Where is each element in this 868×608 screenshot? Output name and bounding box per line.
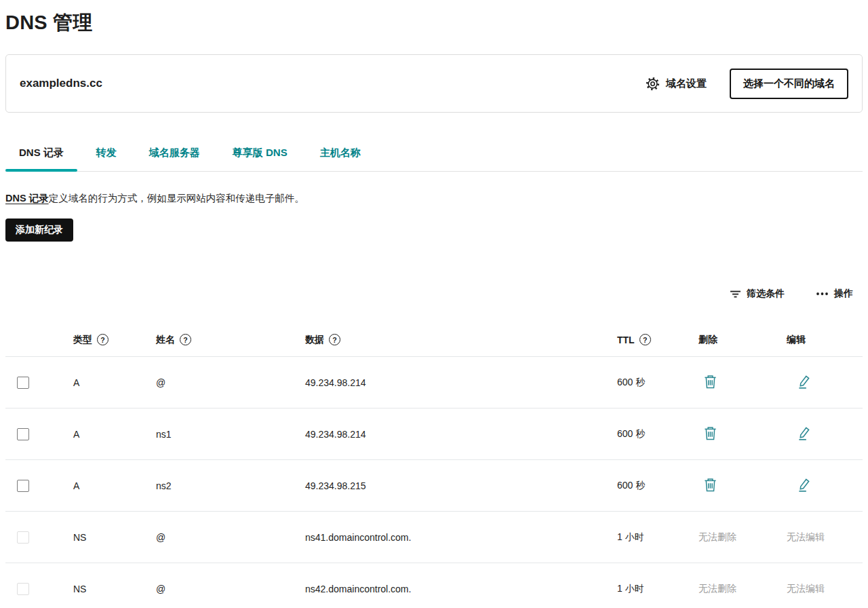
column-header-delete: 删除 [698, 334, 717, 346]
dns-management-page: DNS 管理 exampledns.cc 域名设置 选择一个不同的域名 DNS … [0, 10, 868, 608]
actions-menu-button[interactable]: 操作 [816, 288, 853, 300]
cannot-edit-label: 无法编辑 [781, 531, 863, 544]
record-data: 49.234.98.215 [300, 480, 612, 491]
tab-premium-dns[interactable]: 尊享版 DNS [233, 147, 288, 171]
gear-icon [646, 77, 660, 91]
cannot-edit-label: 无法编辑 [781, 583, 863, 595]
page-title: DNS 管理 [5, 10, 863, 37]
record-ttl: 600 秒 [612, 377, 690, 389]
table-row: NS @ ns42.domaincontrol.com. 1 小时 无法删除 无… [5, 563, 863, 608]
change-domain-button[interactable]: 选择一个不同的域名 [730, 69, 848, 99]
trash-icon [704, 426, 717, 442]
table-row: A @ 49.234.98.214 600 秒 [5, 357, 863, 408]
table-row: NS @ ns41.domaincontrol.com. 1 小时 无法删除 无… [5, 512, 863, 563]
domain-name: exampledns.cc [20, 77, 102, 90]
row-checkbox-disabled [17, 583, 29, 595]
dns-records-description-text: 定义域名的行为方式，例如显示网站内容和传递电子邮件。 [49, 193, 304, 204]
domain-settings-label: 域名设置 [666, 77, 707, 90]
record-name: ns1 [151, 429, 300, 440]
pencil-icon [797, 375, 810, 391]
column-header-type: 类型 [73, 334, 92, 346]
dns-records-term[interactable]: DNS 记录 [5, 193, 49, 204]
record-data: ns41.domaincontrol.com. [300, 532, 612, 543]
cannot-delete-label: 无法删除 [690, 531, 781, 544]
record-name: @ [151, 584, 300, 594]
filter-icon [730, 289, 741, 299]
tab-hostnames[interactable]: 主机名称 [320, 147, 361, 171]
table-header-row: 类型? 姓名? 数据? TTL? 删除 编辑 [5, 323, 863, 357]
record-ttl: 600 秒 [612, 480, 690, 492]
add-new-record-button[interactable]: 添加新纪录 [5, 218, 73, 242]
record-ttl: 1 小时 [612, 583, 690, 595]
column-header-data: 数据 [305, 334, 324, 346]
column-header-name: 姓名 [156, 334, 175, 346]
pencil-icon [797, 478, 810, 494]
delete-record-button[interactable] [704, 426, 717, 442]
record-type: A [68, 480, 151, 491]
tab-dns-records[interactable]: DNS 记录 [19, 147, 64, 171]
record-data: ns42.domaincontrol.com. [300, 584, 612, 594]
domain-card: exampledns.cc 域名设置 选择一个不同的域名 [5, 54, 863, 113]
data-help-icon[interactable]: ? [329, 334, 340, 345]
trash-icon [704, 478, 717, 494]
ttl-help-icon[interactable]: ? [639, 334, 651, 345]
record-data: 49.234.98.214 [300, 377, 612, 388]
record-data: 49.234.98.214 [300, 429, 612, 440]
record-type: NS [68, 584, 151, 594]
edit-record-button[interactable] [797, 478, 810, 494]
record-name: @ [151, 532, 300, 543]
edit-record-button[interactable] [797, 375, 810, 391]
dns-records-table: 类型? 姓名? 数据? TTL? 删除 编辑 A @ 49.234.98.214… [5, 323, 863, 608]
record-type: A [68, 377, 151, 388]
actions-label: 操作 [834, 288, 853, 300]
column-header-edit: 编辑 [787, 334, 806, 346]
name-help-icon[interactable]: ? [180, 334, 191, 345]
record-type: A [68, 429, 151, 440]
table-row: A ns2 49.234.98.215 600 秒 [5, 460, 863, 512]
row-checkbox[interactable] [17, 480, 29, 492]
domain-settings-link[interactable]: 域名设置 [646, 77, 707, 91]
tab-nameservers[interactable]: 域名服务器 [149, 147, 200, 171]
filter-button[interactable]: 筛选条件 [730, 288, 785, 300]
column-header-ttl: TTL [617, 335, 635, 345]
records-toolbar: 筛选条件 操作 [5, 288, 863, 300]
tab-bar: DNS 记录 转发 域名服务器 尊享版 DNS 主机名称 [5, 147, 863, 172]
record-name: @ [151, 377, 300, 388]
row-checkbox[interactable] [17, 377, 29, 389]
record-ttl: 600 秒 [612, 428, 690, 440]
record-type: NS [68, 532, 151, 543]
ellipsis-icon [816, 292, 829, 296]
type-help-icon[interactable]: ? [97, 334, 108, 345]
edit-record-button[interactable] [797, 426, 810, 442]
table-row: A ns1 49.234.98.214 600 秒 [5, 408, 863, 460]
delete-record-button[interactable] [704, 478, 717, 494]
filter-label: 筛选条件 [747, 288, 785, 300]
record-ttl: 1 小时 [612, 531, 690, 544]
trash-icon [704, 375, 717, 391]
cannot-delete-label: 无法删除 [690, 583, 781, 595]
pencil-icon [797, 426, 810, 442]
dns-records-description: DNS 记录定义域名的行为方式，例如显示网站内容和传递电子邮件。 [5, 192, 863, 205]
record-name: ns2 [151, 480, 300, 491]
tab-forwarding[interactable]: 转发 [96, 147, 117, 171]
row-checkbox[interactable] [17, 428, 29, 440]
row-checkbox-disabled [17, 531, 29, 544]
delete-record-button[interactable] [704, 375, 717, 391]
